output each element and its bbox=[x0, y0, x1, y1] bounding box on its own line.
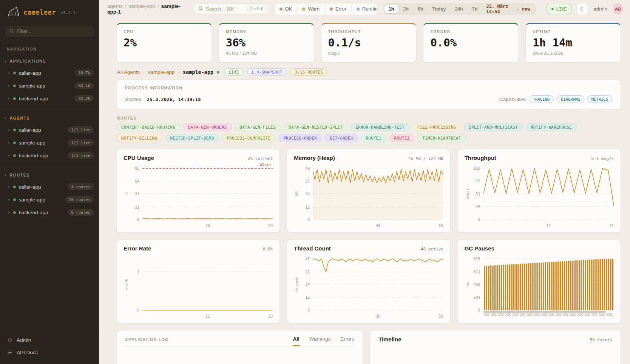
search-shortcut: Ctrl+K bbox=[247, 6, 266, 12]
route-chip-notify-billing[interactable]: NOTIFY-BILLING bbox=[116, 134, 162, 142]
chart-x-ticks: 3059 bbox=[313, 313, 443, 319]
time-range-6h[interactable]: 6h bbox=[414, 5, 428, 13]
date-range-display[interactable]: 25. März 14:54 – now bbox=[483, 4, 535, 14]
log-tabs: AllWarningsErrors bbox=[293, 336, 354, 346]
time-range-today[interactable]: Today bbox=[428, 5, 450, 13]
chart-current-value: 0.1 msg/s bbox=[591, 156, 614, 161]
chevron-right-icon: ▸ bbox=[8, 185, 10, 189]
y-tick-label: 815 bbox=[474, 257, 480, 261]
sidebar-item-label: sample-app bbox=[19, 140, 65, 146]
agent-badge-live: LIVE bbox=[224, 68, 243, 76]
section-header-applications[interactable]: ▾APPLICATIONS bbox=[0, 57, 99, 66]
logo[interactable]: cameleer v3.2.1 bbox=[0, 0, 99, 23]
sidebar-item-label: sample-app bbox=[19, 197, 63, 203]
section-header-routes[interactable]: ▾ROUTES bbox=[0, 170, 99, 180]
status-filter-label: Error bbox=[335, 6, 346, 12]
route-chip-notify-warehouse[interactable]: NOTIFY-WAREHOUSE bbox=[526, 123, 577, 131]
sidebar-item-sample-app[interactable]: ▸sample-app16 routes bbox=[0, 193, 99, 206]
breadcrumb: agents/sample-app/sample-app-1 bbox=[107, 3, 188, 15]
dark-mode-toggle[interactable]: ☾ bbox=[577, 3, 588, 15]
time-range-3h[interactable]: 3h bbox=[399, 5, 413, 13]
chart-plot-area[interactable] bbox=[142, 255, 273, 313]
route-chip-nested-split-demo[interactable]: NESTED-SPLIT-DEMO bbox=[165, 134, 219, 142]
sidebar-item-badge: 1/1 live bbox=[68, 139, 94, 146]
live-status-badge[interactable]: LIVE bbox=[547, 4, 572, 14]
section-label: AGENTS bbox=[9, 116, 30, 120]
agent-crumb-all[interactable]: All Agents bbox=[117, 69, 140, 75]
route-chips: CONTENT-BASED-ROUTINGDATA-GEN-ORDERSDATA… bbox=[116, 123, 621, 142]
log-tab-errors[interactable]: Errors bbox=[340, 336, 354, 346]
sidebar-item-backend-app[interactable]: ▸backend-app1/1 live bbox=[0, 149, 99, 162]
route-chip-data-gen-nested-split[interactable]: DATA-GEN-NESTED-SPLIT bbox=[284, 123, 347, 131]
navigation-label: NAVIGATION bbox=[0, 38, 99, 53]
sidebar-item-sample-app[interactable]: ▸sample-app84.1k bbox=[0, 79, 99, 92]
y-tick-label: 37 bbox=[305, 179, 310, 183]
time-range-7d[interactable]: 7d bbox=[468, 5, 482, 13]
sidebar-item-caller-app[interactable]: ▸caller-app10.7k bbox=[0, 66, 99, 79]
status-filter-warn[interactable]: Warn bbox=[297, 3, 325, 15]
route-chip-split-and-multicast[interactable]: SPLIT-AND-MULTICAST bbox=[464, 123, 523, 131]
status-filter-running[interactable]: Running bbox=[352, 3, 378, 15]
kpi-subtext: msg/s bbox=[328, 51, 409, 55]
chevron-right-icon: ▸ bbox=[8, 198, 10, 201]
status-filter-error[interactable]: Error bbox=[325, 3, 352, 15]
charts-grid: CPU Usage 2% current % 856443210 Alert 3… bbox=[116, 149, 621, 323]
sidebar-item-backend-app[interactable]: ▸backend-app32.2k bbox=[0, 92, 99, 105]
chart-x-ticks: 3059 bbox=[142, 223, 273, 229]
y-tick-label: 47 bbox=[305, 257, 310, 261]
footer-item-label: Admin bbox=[17, 337, 31, 343]
x-range-scrollbar[interactable] bbox=[483, 311, 606, 313]
log-tab-all[interactable]: All bbox=[293, 336, 299, 346]
chart-plot-area[interactable] bbox=[483, 255, 614, 313]
chart-plot-area[interactable] bbox=[483, 165, 614, 223]
sidebar-item-caller-app[interactable]: ▸caller-app4 routes bbox=[0, 180, 99, 193]
application-log-panel: APPLICATION LOG AllWarningsErrors bbox=[116, 330, 363, 364]
chart-plot-area[interactable] bbox=[313, 165, 443, 223]
log-tab-warnings[interactable]: Warnings bbox=[309, 336, 331, 346]
x-tick-strip: 2026 2026 2026 2026 2026 2026 2026 2026 … bbox=[483, 313, 614, 317]
routes-section-title: ROUTES bbox=[117, 116, 620, 120]
footer-item-admin[interactable]: ⚙Admin bbox=[0, 334, 99, 346]
chart-plot-area[interactable]: Alert bbox=[142, 165, 273, 223]
kpi-subtext: 45 MB / 124 MB bbox=[226, 51, 307, 55]
route-chip-timer-heartbeat[interactable]: TIMER-HEARTBEAT bbox=[417, 134, 466, 142]
x-tick-label: 59 bbox=[439, 224, 443, 228]
chart-title: Throughput bbox=[465, 155, 496, 161]
sidebar-item-backend-app[interactable]: ▸backend-app6 routes bbox=[0, 206, 99, 219]
time-range-24h[interactable]: 24h bbox=[451, 5, 467, 13]
agent-badge-1-0-snapshot: 1.0-SNAPSHOT bbox=[247, 68, 287, 76]
sidebar-item-caller-app[interactable]: ▸caller-app1/1 live bbox=[0, 123, 99, 136]
status-dot-icon bbox=[302, 8, 305, 11]
agent-crumb-app[interactable]: sample-app bbox=[148, 69, 175, 75]
route-chip-process-composite[interactable]: PROCESS-COMPOSITE bbox=[222, 134, 275, 142]
route-chip-data-gen-orders[interactable]: DATA-GEN-ORDERS bbox=[183, 123, 232, 131]
route-chip-error-handling-test[interactable]: ERROR-HANDLING-TEST bbox=[351, 123, 409, 131]
global-search[interactable]: Ctrl+K bbox=[193, 3, 269, 15]
route-chip-process-order[interactable]: PROCESS-ORDER bbox=[278, 134, 322, 142]
status-filter-label: Running bbox=[362, 6, 378, 12]
breadcrumb-sample-app[interactable]: sample-app bbox=[128, 3, 155, 9]
route-chip-get-order[interactable]: GET-ORDER bbox=[325, 134, 358, 142]
x-tick-label: 30 bbox=[376, 314, 380, 318]
route-chip-route1[interactable]: ROUTE1 bbox=[361, 134, 386, 142]
route-chip-content-based-routing[interactable]: CONTENT-BASED-ROUTING bbox=[116, 123, 180, 131]
sidebar-section-routes: ▾ROUTES▸caller-app4 routes▸sample-app16 … bbox=[0, 167, 99, 223]
agent-live-dot-icon bbox=[217, 71, 219, 74]
sidebar-item-badge: 10.7k bbox=[75, 69, 94, 76]
route-chip-route2[interactable]: ROUTE2 bbox=[389, 134, 414, 142]
avatar[interactable]: AD bbox=[613, 3, 623, 15]
filter-input[interactable] bbox=[5, 26, 94, 37]
sidebar-item-label: caller-app bbox=[19, 184, 65, 190]
section-header-agents[interactable]: ▾AGENTS bbox=[0, 114, 99, 123]
search-input[interactable] bbox=[206, 6, 244, 12]
footer-item-api-docs[interactable]: ☰API Docs bbox=[0, 346, 99, 359]
kpi-subtext: since 25.3.2026 bbox=[533, 51, 614, 55]
status-filter-ok[interactable]: OK bbox=[275, 3, 298, 15]
time-range-1h[interactable]: 1h bbox=[384, 5, 398, 13]
status-filter-group: OKWarnErrorRunning bbox=[274, 3, 378, 15]
route-chip-data-gen-files[interactable]: DATA-GEN-FILES bbox=[235, 123, 281, 131]
breadcrumb-agents[interactable]: agents bbox=[107, 3, 123, 9]
chart-plot-area[interactable] bbox=[313, 255, 443, 313]
sidebar-item-sample-app[interactable]: ▸sample-app1/1 live bbox=[0, 136, 99, 149]
route-chip-file-processing[interactable]: FILE-PROCESSING bbox=[412, 123, 461, 131]
